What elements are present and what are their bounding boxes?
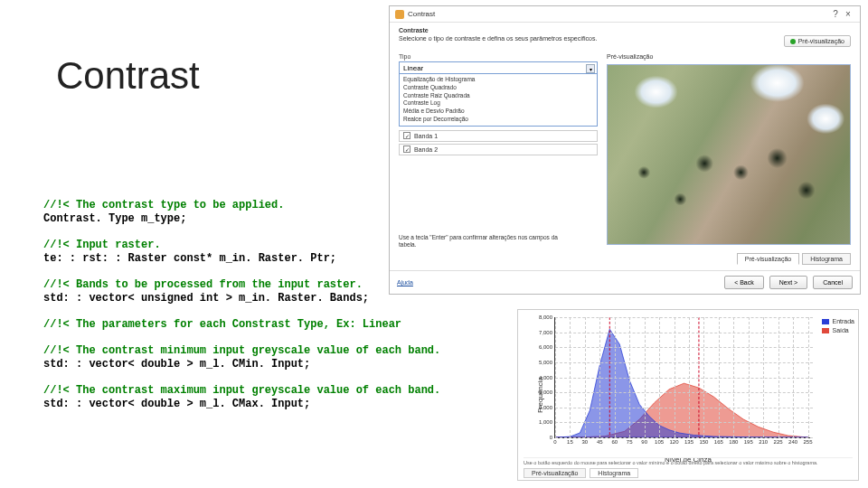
code-comment: //!< The parameters for each Constrast T… bbox=[43, 318, 440, 332]
legend-swatch-entrada bbox=[822, 319, 829, 324]
type-option[interactable]: Contraste Log bbox=[403, 99, 593, 108]
type-option[interactable]: Realce por Decorrelação bbox=[403, 116, 593, 124]
preview-group-label: Pré-visualização bbox=[607, 53, 851, 60]
chart-plot-area[interactable]: 01,0002,0003,0004,0005,0006,0007,0008,00… bbox=[554, 317, 813, 438]
preview-image[interactable] bbox=[607, 64, 851, 245]
histogram-chart: Frequência Nível de Cinza Entrada Saída … bbox=[517, 309, 859, 481]
code-comment: //!< Bands to be processed from the inpu… bbox=[43, 278, 440, 292]
dialog-title: Contrast bbox=[408, 10, 435, 18]
type-label: Tipo bbox=[399, 53, 598, 60]
chevron-down-icon: ▾ bbox=[586, 64, 595, 73]
tab-preview[interactable]: Pré-visualização bbox=[737, 253, 799, 265]
chart-tab-preview[interactable]: Pré-visualização bbox=[524, 468, 586, 478]
dialog-button-bar: Ajuda < Back Next > Cancel bbox=[390, 270, 860, 294]
code-line: te: : rst: : Raster const* m_in. Raster.… bbox=[43, 252, 440, 266]
next-button[interactable]: Next > bbox=[769, 276, 807, 289]
code-comment: //!< The contrast maximum input greyscal… bbox=[43, 384, 440, 398]
close-icon[interactable]: × bbox=[842, 9, 854, 19]
cancel-button[interactable]: Cancel bbox=[813, 276, 853, 289]
dialog-hint: Use a tecla "Enter" para confirmar alter… bbox=[399, 234, 558, 249]
code-comment: //!< The contrast type to be applied. bbox=[43, 199, 440, 212]
dialog-description: Selecione o tipo de contraste e defina o… bbox=[399, 34, 597, 42]
dialog-heading: Contraste bbox=[399, 26, 597, 34]
code-line: std: : vector< double > m_l. CMax. Input… bbox=[43, 398, 440, 411]
chart-tab-histogram[interactable]: Histograma bbox=[590, 468, 638, 478]
type-select-value: Linear bbox=[403, 64, 423, 72]
band-row[interactable]: ✓ Banda 2 bbox=[399, 144, 598, 155]
band-label: Banda 2 bbox=[414, 146, 438, 153]
slide-title: Contrast bbox=[56, 54, 200, 98]
dialog-titlebar: Contrast ? × bbox=[390, 6, 860, 23]
band-row[interactable]: ✓ Banda 1 bbox=[399, 130, 598, 142]
code-comment: //!< The contrast minimum input greyscal… bbox=[43, 344, 440, 358]
help-link[interactable]: Ajuda bbox=[397, 279, 413, 286]
contrast-dialog: Contrast ? × Contraste Selecione o tipo … bbox=[389, 5, 861, 295]
app-icon bbox=[395, 10, 404, 19]
type-option[interactable]: Média e Desvio Padrão bbox=[403, 108, 593, 116]
dialog-subtitle: Contraste Selecione o tipo de contraste … bbox=[399, 26, 597, 42]
dialog-right-panel: Pré-visualização Pré-visualização bbox=[607, 53, 851, 245]
type-option[interactable]: Contraste Quadrado bbox=[403, 84, 593, 92]
back-button[interactable]: < Back bbox=[724, 276, 764, 289]
preview-button[interactable]: Pré-visualização bbox=[784, 35, 851, 47]
chart-legend: Entrada Saída bbox=[822, 317, 854, 335]
code-line: std: : vector< unsigned int > m_in. Rast… bbox=[43, 292, 440, 305]
preview-button-label: Pré-visualização bbox=[798, 38, 844, 44]
legend-label: Saída bbox=[832, 326, 848, 335]
chart-tabs: Pré-visualização Histograma bbox=[524, 468, 638, 478]
play-icon bbox=[790, 39, 796, 44]
satellite-bg bbox=[608, 65, 850, 244]
code-listing: //!< The contrast type to be applied. Co… bbox=[43, 199, 440, 424]
type-dropdown-list[interactable]: Equalização de Histograma Contraste Quad… bbox=[399, 74, 598, 127]
help-icon[interactable]: ? bbox=[829, 9, 842, 19]
dialog-tabs: Pré-visualização Histograma bbox=[737, 253, 851, 265]
type-option[interactable]: Contraste Raiz Quadrada bbox=[403, 92, 593, 100]
checkbox-icon[interactable]: ✓ bbox=[403, 145, 410, 153]
code-line: std: : vector< double > m_l. CMin. Input… bbox=[43, 358, 440, 371]
tab-histogram[interactable]: Histograma bbox=[802, 253, 851, 265]
code-line: Contrast. Type m_type; bbox=[43, 212, 440, 226]
type-select[interactable]: Linear ▾ bbox=[399, 61, 598, 74]
chart-note: Use o botão esquerdo do mouse para selec… bbox=[524, 457, 853, 465]
checkbox-icon[interactable]: ✓ bbox=[403, 132, 410, 139]
legend-swatch-saida bbox=[822, 328, 829, 333]
legend-label: Entrada bbox=[832, 317, 854, 326]
code-comment: //!< Input raster. bbox=[43, 239, 440, 252]
type-option[interactable]: Equalização de Histograma bbox=[403, 76, 593, 84]
band-label: Banda 1 bbox=[414, 133, 438, 139]
dialog-left-panel: Tipo Linear ▾ Equalização de Histograma … bbox=[399, 53, 598, 157]
